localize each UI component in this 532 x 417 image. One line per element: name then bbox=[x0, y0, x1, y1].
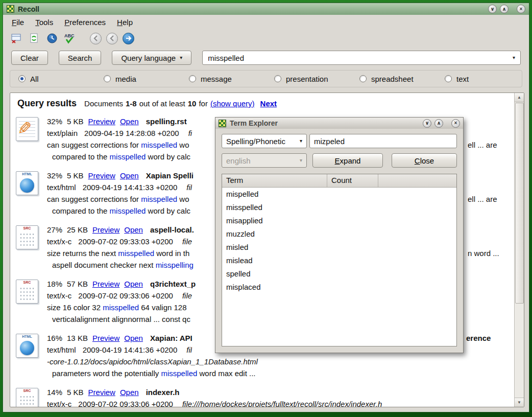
snippet-text: word by calc bbox=[146, 152, 190, 161]
expand-button[interactable]: Expand bbox=[312, 153, 383, 168]
file-size: 5 KB bbox=[67, 115, 84, 127]
clear-search-icon[interactable] bbox=[10, 32, 23, 45]
query-history-icon[interactable] bbox=[45, 32, 59, 45]
search-button[interactable]: Search bbox=[59, 51, 102, 65]
highlight-term: misspelled bbox=[141, 141, 177, 149]
radio-spreadsheet[interactable] bbox=[359, 75, 367, 82]
next-link[interactable]: Next bbox=[260, 99, 277, 108]
menu-help[interactable]: Help bbox=[117, 18, 133, 27]
term-column-header[interactable]: Term bbox=[222, 174, 327, 187]
term-row[interactable]: misapplied bbox=[222, 214, 456, 227]
term-row[interactable]: mispelled bbox=[222, 188, 456, 201]
open-link[interactable]: Open bbox=[124, 278, 143, 290]
mime-type: text/html bbox=[47, 344, 76, 356]
term-table-rows: mispelledmisspelledmisappliedmuzzledmisl… bbox=[222, 188, 456, 294]
src-file-icon bbox=[16, 225, 38, 249]
open-link[interactable]: Open bbox=[124, 332, 143, 344]
filter-presentation[interactable]: presentation bbox=[274, 75, 359, 83]
open-link[interactable]: Open bbox=[120, 386, 139, 398]
first-page-icon[interactable] bbox=[90, 33, 102, 44]
term-row[interactable]: misled bbox=[222, 241, 456, 254]
filter-media[interactable]: media bbox=[104, 75, 189, 83]
radio-text[interactable] bbox=[445, 75, 452, 82]
term-input[interactable] bbox=[309, 134, 457, 148]
count-column-header[interactable]: Count bbox=[327, 174, 378, 187]
close-icon[interactable]: × bbox=[517, 5, 525, 13]
preview-link[interactable]: Preview bbox=[88, 386, 115, 398]
highlight-term: misspelled bbox=[141, 195, 177, 203]
term-row[interactable]: misspelled bbox=[222, 201, 456, 214]
term-row[interactable]: mislead bbox=[222, 254, 456, 267]
radio-message[interactable] bbox=[189, 75, 196, 82]
open-link[interactable]: Open bbox=[120, 115, 139, 127]
term-cell: misplaced bbox=[222, 281, 327, 294]
count-cell bbox=[327, 188, 335, 201]
results-scrollbar[interactable]: ▲ ▼ bbox=[514, 93, 524, 407]
radio-presentation[interactable] bbox=[274, 75, 281, 82]
doc-date: 2009-04-19 14:41:33 +0200 bbox=[83, 181, 178, 193]
term-explorer-titlebar[interactable]: Term Explorer ∨ ∧ × bbox=[215, 118, 463, 129]
preview-link[interactable]: Preview bbox=[88, 115, 115, 127]
term-row[interactable]: misplaced bbox=[222, 281, 456, 294]
menu-file[interactable]: File bbox=[12, 18, 24, 27]
relevance-percent: 18% bbox=[47, 278, 62, 290]
menu-preferences[interactable]: Preferences bbox=[64, 18, 106, 27]
expansion-mode-dropdown[interactable]: Spelling/Phonetic ▾ bbox=[222, 134, 307, 148]
clear-button[interactable]: Clear bbox=[11, 51, 48, 65]
result-meta: text/x-c2009-07-02 09:33:06 +0200file://… bbox=[47, 398, 514, 407]
filter-text[interactable]: text bbox=[445, 75, 469, 83]
titlebar[interactable]: Recoll ∨ ∧ × bbox=[3, 3, 529, 15]
open-link[interactable]: Open bbox=[124, 224, 143, 236]
query-mode-label: Query language bbox=[121, 54, 176, 62]
dialog-minimize-button[interactable]: ∨ bbox=[423, 119, 431, 128]
term-table-header[interactable]: Term Count bbox=[222, 174, 456, 188]
filter-spreadsheet[interactable]: spreadsheet bbox=[359, 75, 445, 83]
filter-all[interactable]: All bbox=[18, 75, 104, 83]
relevance-percent: 16% bbox=[47, 332, 62, 344]
open-link[interactable]: Open bbox=[120, 170, 139, 181]
chevron-down-icon: ▾ bbox=[300, 158, 302, 163]
radio-all[interactable] bbox=[18, 75, 26, 82]
show-query-link[interactable]: (show query) bbox=[210, 99, 255, 108]
prev-page-icon[interactable] bbox=[106, 33, 118, 44]
doc-url: fil bbox=[186, 344, 192, 356]
doc-date: 2009-04-19 14:41:36 +0200 bbox=[83, 344, 178, 356]
dialog-close-icon[interactable]: × bbox=[451, 119, 460, 128]
next-page-icon[interactable] bbox=[123, 33, 134, 44]
filter-label: media bbox=[115, 75, 136, 83]
close-button[interactable]: Close bbox=[392, 153, 457, 168]
scroll-up-icon[interactable]: ▲ bbox=[515, 93, 524, 102]
minimize-button[interactable]: ∨ bbox=[488, 5, 497, 13]
window-controls: ∨ ∧ × bbox=[488, 5, 525, 13]
snippet-text: verticalalignment alignnormal ... const … bbox=[52, 315, 190, 323]
update-index-icon[interactable] bbox=[28, 32, 41, 45]
result-title: q3richtext_p bbox=[150, 278, 196, 290]
filter-message[interactable]: message bbox=[189, 75, 274, 83]
maximize-button[interactable]: ∧ bbox=[500, 5, 509, 13]
snippet-line: parameters word the potentially misspell… bbox=[47, 367, 514, 379]
query-mode-dropdown[interactable]: Query language ▾ bbox=[112, 51, 191, 65]
term-explorer-icon[interactable]: ABC bbox=[63, 32, 77, 45]
term-row[interactable]: muzzled bbox=[222, 227, 456, 241]
result-title: indexer.h bbox=[146, 386, 180, 398]
recoll-window: Recoll ∨ ∧ × FileToolsPreferencesHelp AB… bbox=[3, 3, 529, 412]
radio-media[interactable] bbox=[104, 75, 111, 82]
snippet-text: compared to the bbox=[52, 206, 110, 215]
result-title: aspell-local. bbox=[150, 224, 194, 236]
scrollbar-thumb[interactable] bbox=[515, 103, 524, 304]
result-title: spelling.rst bbox=[146, 115, 187, 127]
scroll-down-icon[interactable]: ▼ bbox=[515, 398, 524, 407]
search-combobox[interactable]: misspelled ▾ bbox=[202, 51, 521, 65]
preview-link[interactable]: Preview bbox=[92, 332, 119, 344]
term-row[interactable]: spelled bbox=[222, 267, 456, 281]
relevance-percent: 32% bbox=[47, 170, 62, 181]
combo-arrow-icon[interactable]: ▾ bbox=[513, 55, 515, 60]
preview-link[interactable]: Preview bbox=[92, 224, 119, 236]
mime-type: text/x-c bbox=[47, 398, 71, 407]
preview-link[interactable]: Preview bbox=[88, 170, 115, 181]
toolbar: ABC bbox=[3, 30, 529, 47]
preview-link[interactable]: Preview bbox=[92, 278, 119, 290]
term-table: Term Count mispelledmisspelledmisapplied… bbox=[222, 174, 457, 346]
menu-tools[interactable]: Tools bbox=[35, 18, 53, 27]
dialog-maximize-button[interactable]: ∧ bbox=[434, 119, 443, 128]
